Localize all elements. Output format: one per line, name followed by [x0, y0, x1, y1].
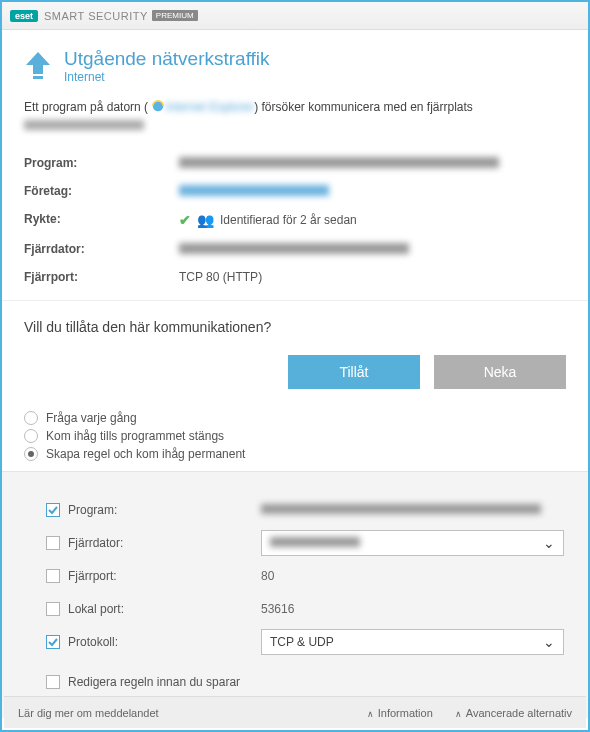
- brand-badge: eset: [10, 10, 38, 22]
- rule-remote-checkbox[interactable]: [46, 536, 60, 550]
- rule-protocol-label: Protokoll:: [68, 635, 118, 649]
- reputation-value: ✔ 👥 Identifierad för 2 år sedan: [179, 212, 566, 228]
- rule-program-checkbox[interactable]: [46, 503, 60, 517]
- company-label: Företag:: [24, 184, 179, 198]
- radio-create-rule[interactable]: [24, 447, 38, 461]
- product-name: SMART SECURITY: [44, 10, 148, 22]
- remote-label: Fjärrdator:: [24, 242, 179, 256]
- internet-explorer-icon: [151, 99, 165, 113]
- program-label: Program:: [24, 156, 179, 170]
- allow-button[interactable]: Tillåt: [288, 355, 420, 389]
- rule-protocol-select[interactable]: TCP & UDP ⌄: [261, 629, 564, 655]
- radio-remember-session[interactable]: [24, 429, 38, 443]
- learn-more-link[interactable]: Lär dig mer om meddelandet: [18, 707, 159, 719]
- rule-remote-label: Fjärrdator:: [68, 536, 123, 550]
- rule-program-label: Program:: [68, 503, 117, 517]
- dialog-footer: Lär dig mer om meddelandet ∧Information …: [4, 696, 586, 728]
- chevron-down-icon: ⌄: [543, 535, 555, 551]
- chevron-up-icon: ∧: [455, 709, 462, 719]
- rule-localport-checkbox[interactable]: [46, 602, 60, 616]
- remoteport-label: Fjärrport:: [24, 270, 179, 284]
- reputation-label: Rykte:: [24, 212, 179, 228]
- deny-button[interactable]: Neka: [434, 355, 566, 389]
- rule-program-value: [261, 503, 564, 517]
- rule-remote-select[interactable]: ⌄: [261, 530, 564, 556]
- toggle-advanced[interactable]: ∧Avancerade alternativ: [455, 707, 572, 719]
- remoteport-value: TCP 80 (HTTP): [179, 270, 566, 284]
- app-header: eset SMART SECURITY PREMIUM: [2, 2, 588, 30]
- blurred-host-line: [24, 120, 144, 130]
- community-icon: 👥: [197, 212, 214, 228]
- company-value: [179, 184, 566, 198]
- dialog-title: Utgående nätverkstraffik: [64, 48, 270, 70]
- app-name: Internet Explorer: [165, 100, 254, 114]
- rule-edit-before-save-label: Redigera regeln innan du sparar: [68, 675, 240, 689]
- radio-rule-label: Skapa regel och kom ihåg permanent: [46, 447, 245, 461]
- rule-remoteport-checkbox[interactable]: [46, 569, 60, 583]
- rule-remoteport-label: Fjärrport:: [68, 569, 117, 583]
- rule-edit-before-save-checkbox[interactable]: [46, 675, 60, 689]
- svg-rect-0: [33, 76, 43, 79]
- rule-localport-value: 53616: [261, 602, 564, 616]
- rule-protocol-selected: TCP & UDP: [270, 635, 334, 649]
- check-icon: ✔: [179, 212, 191, 228]
- chevron-up-icon: ∧: [367, 709, 374, 719]
- intro-text: Ett program på datorn ( Internet Explore…: [24, 98, 566, 134]
- rule-protocol-checkbox[interactable]: [46, 635, 60, 649]
- prompt-question: Vill du tillåta den här kommunikationen?: [24, 319, 566, 335]
- toggle-information[interactable]: ∧Information: [367, 707, 433, 719]
- program-value: [179, 156, 566, 170]
- edition-badge: PREMIUM: [152, 10, 198, 21]
- chevron-down-icon: ⌄: [543, 634, 555, 650]
- dialog-subtitle: Internet: [64, 70, 270, 84]
- rule-panel: Program: Fjärrdator: ⌄: [2, 471, 588, 718]
- connection-details: Program: Företag: Rykte: ✔ 👥 Identifiera…: [24, 148, 566, 290]
- outbound-arrow-icon: [24, 52, 52, 82]
- remember-options: Fråga varje gång Kom ihåg tills programm…: [24, 411, 566, 461]
- remote-value: [179, 242, 566, 256]
- divider: [2, 300, 588, 301]
- rule-localport-label: Lokal port:: [68, 602, 124, 616]
- rule-remoteport-value: 80: [261, 569, 564, 583]
- radio-session-label: Kom ihåg tills programmet stängs: [46, 429, 224, 443]
- rule-remote-selected: [270, 536, 360, 550]
- radio-ask-label: Fråga varje gång: [46, 411, 137, 425]
- radio-ask-every-time[interactable]: [24, 411, 38, 425]
